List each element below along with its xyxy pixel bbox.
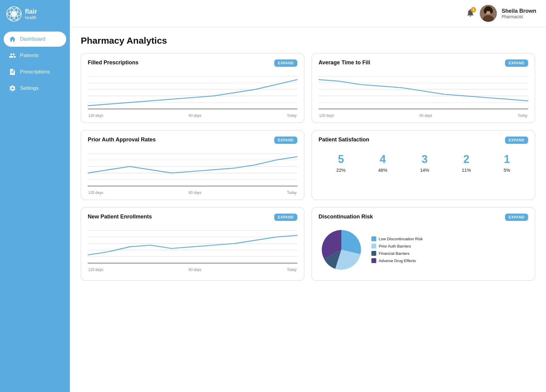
label-right: Today [518,113,527,118]
sat-item-4: 4 48% [378,153,387,173]
logo-sub: health [25,15,37,20]
sat-item-1: 1 5% [503,153,510,173]
cards-grid: Filled Prescriptions EXPAND [81,53,535,281]
user-info: Sheila Brown Pharmacist [502,8,536,19]
legend-label-prior-auth: Prior Auth Barriers [379,244,411,248]
user-role: Pharmacist [502,14,536,19]
logo-icon [6,6,22,22]
notification-bell[interactable]: 5 [466,8,475,19]
card-title-average-time-to-fill: Average Time to Fill [319,59,370,66]
sat-score-2: 2 [463,153,469,166]
label-left: 120 days [88,268,103,272]
sidebar-item-dashboard[interactable]: Dashboard [4,32,66,47]
legend-color-prior-auth [371,244,376,248]
sidebar-label-dashboard: Dashboard [20,36,45,42]
sidebar-label-patients: Patients [20,52,39,59]
legend-color-adverse [371,258,376,263]
sidebar: flair health Dashboard Patients Prescrip… [0,0,70,392]
settings-icon [9,84,16,92]
legend-label-adverse: Adverse Drug Effects [379,259,416,263]
legend-item-adverse: Adverse Drug Effects [371,258,423,263]
sat-score-4: 4 [380,153,386,166]
chart-average-time-to-fill [319,70,528,112]
legend-label-low: Low Discontinuation Risk [379,237,423,241]
card-filled-prescriptions: Filled Prescriptions EXPAND [81,53,304,123]
card-header-discontinuation-risk: Discontinuation Risk EXPAND [319,214,528,221]
sidebar-item-patients[interactable]: Patients [4,48,66,63]
card-average-time-to-fill: Average Time to Fill EXPAND [312,53,535,123]
main-content: 5 Sheila Brown Pharmacist Pharmacy Analy… [70,0,546,392]
card-header-filled-prescriptions: Filled Prescriptions EXPAND [88,59,297,67]
label-middle: 60 days [189,113,201,118]
notification-badge: 5 [471,7,476,12]
pie-chart [319,227,364,272]
legend-color-low [371,236,376,241]
card-title-patient-satisfaction: Patient Satisfaction [319,137,369,143]
prescriptions-icon [9,68,16,76]
label-left: 120 days [319,113,334,118]
legend-color-financial [371,251,376,256]
label-right: Today [287,113,297,118]
card-patient-satisfaction: Patient Satisfaction EXPAND 5 22% 4 48% … [312,130,535,200]
sat-pct-2: 11% [462,167,471,173]
patients-icon [9,52,16,59]
sat-item-5: 5 22% [336,153,346,173]
card-title-new-patient-enrollments: New Patient Enrollments [88,214,152,220]
card-header-patient-satisfaction: Patient Satisfaction EXPAND [319,137,528,144]
sidebar-nav: Dashboard Patients Prescriptions Setting… [0,29,70,98]
expand-button-patient-satisfaction[interactable]: EXPAND [505,137,528,144]
sat-pct-3: 14% [420,167,429,173]
label-middle: 60 days [189,191,201,195]
content-area: Pharmacy Analytics Filled Prescriptions … [70,27,546,392]
sat-pct-1: 5% [503,167,510,173]
label-middle: 60 days [419,113,432,118]
home-icon [9,35,16,43]
card-title-prior-auth: Prior Auth Approval Rates [88,137,156,143]
label-middle: 60 days [189,268,201,272]
expand-button-discontinuation-risk[interactable]: EXPAND [505,214,528,221]
card-title-filled-prescriptions: Filled Prescriptions [88,59,138,66]
expand-button-new-patient-enrollments[interactable]: EXPAND [274,214,297,221]
card-prior-auth-approval-rates: Prior Auth Approval Rates EXPAND [81,130,304,200]
sat-item-3: 3 14% [420,153,429,173]
legend-item-low: Low Discontinuation Risk [371,236,423,241]
chart-labels-prior-auth: 120 days 60 days Today [88,191,297,195]
sat-score-3: 3 [421,153,428,166]
label-right: Today [287,191,297,195]
legend-item-prior-auth: Prior Auth Barriers [371,244,423,248]
card-discontinuation-risk: Discontinuation Risk EXPAND [312,207,535,281]
chart-prior-auth [88,147,297,189]
svg-point-11 [490,8,493,14]
card-header-prior-auth: Prior Auth Approval Rates EXPAND [88,137,297,144]
user-name: Sheila Brown [502,8,536,14]
legend: Low Discontinuation Risk Prior Auth Barr… [371,236,423,263]
card-header-new-patient-enrollments: New Patient Enrollments EXPAND [88,214,297,221]
chart-labels-average-time-to-fill: 120 days 60 days Today [319,113,528,118]
label-left: 120 days [88,191,103,195]
sat-pct-5: 22% [336,167,346,173]
sat-pct-4: 48% [378,167,387,173]
chart-new-patient-enrollments [88,224,297,266]
avatar [480,5,497,22]
expand-button-filled-prescriptions[interactable]: EXPAND [274,59,297,67]
card-header-average-time-to-fill: Average Time to Fill EXPAND [319,59,528,67]
header: 5 Sheila Brown Pharmacist [70,0,546,27]
chart-filled-prescriptions [88,70,297,112]
card-new-patient-enrollments: New Patient Enrollments EXPAND [81,207,304,281]
logo-name: flair [25,8,37,15]
satisfaction-grid: 5 22% 4 48% 3 14% 2 11% [319,147,528,176]
sat-item-2: 2 11% [462,153,471,173]
label-left: 120 days [88,113,103,118]
legend-item-financial: Financial Barriers [371,251,423,256]
expand-button-prior-auth[interactable]: EXPAND [274,137,297,144]
sidebar-item-prescriptions[interactable]: Prescriptions [4,64,66,79]
sat-score-5: 5 [338,153,344,166]
chart-labels-filled-prescriptions: 120 days 60 days Today [88,113,297,118]
logo: flair health [0,0,70,29]
expand-button-average-time-to-fill[interactable]: EXPAND [505,59,528,67]
chart-labels-new-patient-enrollments: 120 days 60 days Today [88,268,297,272]
card-title-discontinuation-risk: Discontinuation Risk [319,214,373,220]
sidebar-label-settings: Settings [20,85,39,91]
legend-label-financial: Financial Barriers [379,251,409,256]
sidebar-item-settings[interactable]: Settings [4,81,66,96]
